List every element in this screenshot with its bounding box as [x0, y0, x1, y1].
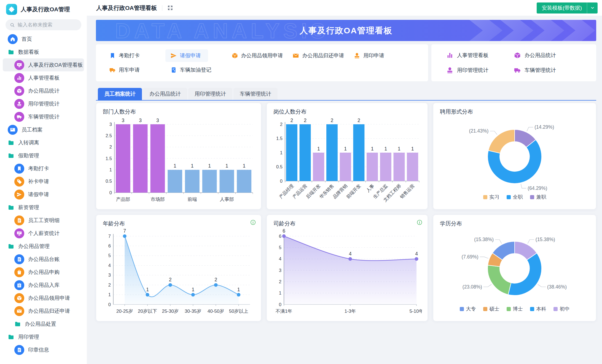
sidebar-item[interactable]: 考勤打卡	[3, 162, 84, 175]
dashboard-shortcut[interactable]: 人事管理看板	[446, 52, 514, 59]
svg-text:3: 3	[122, 118, 125, 123]
tab[interactable]: 用印管理统计	[188, 88, 232, 100]
sidebar-item[interactable]: 用印管理	[3, 330, 84, 343]
sidebar-item[interactable]: 办公用品归还申请	[3, 304, 84, 317]
tab[interactable]: 办公用品统计	[143, 88, 187, 100]
chart-legend: 实习全职兼职	[439, 194, 590, 200]
legend-label: 全职	[513, 194, 523, 200]
svg-text:7: 7	[123, 229, 126, 234]
legend-swatch	[483, 307, 487, 311]
fullscreen-button[interactable]	[167, 5, 173, 11]
puzzle-icon	[8, 6, 15, 13]
bookmark-icon	[109, 52, 116, 59]
legend-item[interactable]: 本科	[530, 306, 546, 312]
legend-item[interactable]: 大专	[460, 306, 476, 312]
legend-item[interactable]: 博士	[507, 306, 523, 312]
svg-text:1: 1	[384, 146, 387, 152]
quick-action-button[interactable]: 车辆加油登记	[170, 66, 211, 74]
barchart-icon	[446, 52, 453, 59]
legend-label: 本科	[536, 306, 546, 312]
sidebar-item-label: 办公用品领用申请	[28, 295, 70, 302]
svg-text:2: 2	[109, 144, 112, 149]
svg-text:1: 1	[280, 150, 283, 155]
sidebar-item[interactable]: 办公用品台账	[3, 253, 84, 266]
legend-label: 初中	[560, 306, 570, 312]
svg-text:3: 3	[139, 118, 142, 123]
sidebar-item[interactable]: 员工工资明细	[3, 214, 84, 227]
sidebar-item-label: 入转调离	[18, 139, 39, 146]
sidebar-item[interactable]: 员工档案	[3, 123, 84, 136]
tab-label: 办公用品统计	[149, 91, 181, 97]
dashboard-banner: DATA ANALYSIS 人事及行政OA管理看板	[96, 20, 596, 41]
sidebar-item[interactable]: 入转调离	[3, 136, 84, 149]
sidebar-item[interactable]: 办公用品管理	[3, 240, 84, 253]
card-icon	[8, 125, 18, 135]
legend-item[interactable]: 实习	[483, 194, 499, 200]
svg-text:1: 1	[344, 146, 347, 152]
sidebar-item[interactable]: 补卡申请	[3, 175, 84, 188]
svg-text:(38.46%): (38.46%)	[547, 284, 567, 290]
chart-title: 学历分布	[440, 220, 590, 227]
shortcut-label: 车辆管理统计	[525, 67, 556, 74]
sidebar-item[interactable]: 办公用品领用申请	[3, 292, 84, 304]
quick-action-button[interactable]: 考勤打卡	[109, 52, 140, 59]
chart-legend: 大专硕士博士本科初中	[439, 306, 590, 312]
legend-item[interactable]: 全职	[507, 194, 523, 200]
box-icon	[14, 293, 24, 303]
install-template-button[interactable]: 安装模板(带数据)	[537, 2, 598, 14]
quick-action-button[interactable]: 用印申请	[354, 52, 384, 59]
truck-icon	[109, 67, 116, 73]
svg-text:6: 6	[279, 234, 281, 239]
barchart-icon	[14, 73, 24, 83]
sidebar-item[interactable]: 假勤管理	[3, 149, 84, 162]
quick-action-label: 办公用品归还申请	[302, 52, 344, 59]
send-icon	[170, 52, 177, 59]
legend-item[interactable]: 初中	[553, 306, 570, 312]
svg-text:0: 0	[279, 302, 281, 307]
sidebar-item[interactable]: 请假申请	[3, 188, 84, 201]
sidebar-search[interactable]	[6, 19, 81, 30]
svg-text:(15.38%): (15.38%)	[474, 237, 494, 242]
sidebar-item[interactable]: 办公用品统计	[3, 84, 84, 97]
sidebar-item[interactable]: 车辆管理统计	[3, 110, 84, 123]
dashboard-shortcut[interactable]: 用印管理统计	[446, 67, 514, 74]
svg-text:0: 0	[108, 302, 111, 307]
info-icon[interactable]	[250, 219, 256, 225]
sidebar-item[interactable]: 办公用品申购	[3, 266, 84, 279]
sidebar-item[interactable]: 印章信息	[3, 343, 84, 356]
banner-title: 人事及行政OA管理看板	[96, 25, 596, 36]
sidebar-item[interactable]: 薪资管理	[3, 201, 84, 214]
sidebar-item[interactable]: 人事管理看板	[3, 71, 84, 84]
legend-item[interactable]: 硕士	[483, 306, 499, 312]
quick-action-button[interactable]: 办公用品归还申请	[292, 52, 344, 59]
legend-item[interactable]: 兼职	[530, 194, 546, 200]
sidebar-item-label: 办公用品入库	[28, 282, 60, 289]
truck-icon	[14, 112, 24, 122]
install-dropdown-button[interactable]	[587, 6, 598, 10]
folder-icon	[8, 152, 14, 159]
sidebar-item[interactable]: 用印管理统计	[3, 97, 84, 110]
dashboard-shortcut[interactable]: 办公用品统计	[514, 52, 581, 59]
sidebar-item[interactable]: 办公用品入库	[3, 279, 84, 292]
info-icon[interactable]	[416, 219, 423, 225]
sidebar-item-label: 数据看板	[18, 48, 39, 56]
quick-action-button[interactable]: 请假申请	[165, 49, 208, 62]
quick-action-button[interactable]: 办公用品领用申请	[232, 52, 283, 59]
chart-card: 学历分布(15.38%)(38.46%)(23.08%)(7.69%)(15.3…	[433, 215, 596, 321]
quick-action-button[interactable]: 用车申请	[109, 66, 140, 74]
tab[interactable]: 车辆管理统计	[233, 88, 278, 100]
sidebar-item[interactable]: 人事及行政OA管理看板	[3, 58, 84, 71]
legend-swatch	[530, 195, 534, 199]
search-icon	[10, 22, 15, 28]
dashboard-shortcut[interactable]: 车辆管理统计	[514, 67, 581, 74]
svg-text:2: 2	[169, 277, 172, 282]
svg-text:不满1年: 不满1年	[276, 309, 292, 314]
sidebar-item[interactable]: 数据看板	[3, 45, 84, 58]
tab[interactable]: 员工档案统计	[98, 88, 142, 100]
search-input[interactable]	[17, 22, 77, 28]
sidebar-item[interactable]: 办公用品处置	[3, 317, 84, 330]
stamp-icon	[14, 99, 24, 109]
sidebar-item[interactable]: 个人薪资统计	[3, 227, 84, 240]
statistics-tabbar: 员工档案统计办公用品统计用印管理统计车辆管理统计	[96, 88, 596, 101]
sidebar-item[interactable]: 首页	[3, 33, 84, 45]
